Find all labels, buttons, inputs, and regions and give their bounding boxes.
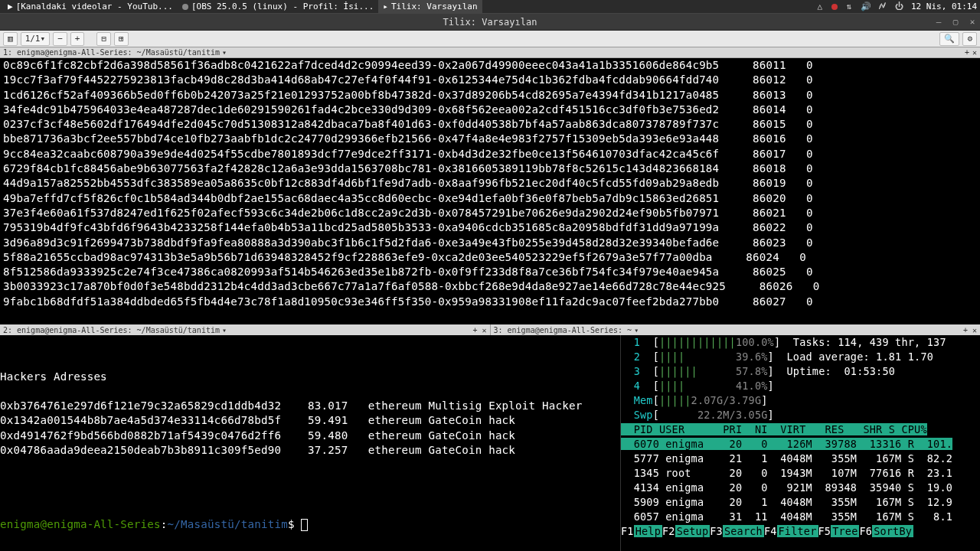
terminal-output[interactable]: Hackers Adresses 0xb3764761e297d6f121e79… [0, 335, 620, 551]
clock: 12 Nis, 01:14 [911, 2, 977, 11]
window-titlebar: Tilix: Varsayılan — ▢ ✕ [0, 14, 980, 31]
session-menu-button[interactable]: ▥ [3, 32, 18, 46]
record-icon[interactable] [831, 4, 838, 10]
pane-close-button[interactable]: ✕ [972, 48, 977, 57]
os-taskbar: ▶[Kanaldaki videolar - YouTub... [OBS 25… [0, 0, 980, 14]
pane-close-button[interactable]: ✕ [972, 326, 977, 334]
obs-icon [182, 4, 188, 10]
toolbar: ▥ 1/1 ▾ − + ⊟ ⊞ 🔍 ⚙ [0, 31, 980, 47]
pane-title: 1: enigma@enigma-All-Series: ~/Masaüstü/… [0, 47, 980, 58]
network-icon[interactable]: ⇅ [844, 2, 854, 12]
next-button[interactable]: + [70, 32, 85, 46]
pane-close-button[interactable]: ✕ [482, 326, 486, 334]
battery-icon[interactable]: 🗲 [877, 2, 888, 12]
pane-add-button[interactable]: + [965, 48, 969, 57]
close-button[interactable]: ✕ [966, 17, 978, 28]
tray-icon[interactable]: △ [815, 2, 825, 12]
prev-button[interactable]: − [53, 32, 67, 46]
split-right-button[interactable]: ⊞ [114, 32, 129, 46]
htop-output[interactable]: 1 [||||||||||||100.0%] Tasks: 114, 439 t… [620, 335, 980, 551]
window-title: Tilix: Varsayılan [443, 17, 537, 28]
maximize-button[interactable]: ▢ [949, 17, 962, 28]
pane-add-button[interactable]: + [963, 326, 968, 334]
youtube-icon: ▶ [8, 2, 13, 11]
split-bar: 2: enigma@enigma-All-Series: ~/Masaüstü/… [0, 324, 980, 335]
search-button[interactable]: 🔍 [939, 32, 959, 46]
taskbar-app[interactable]: ▶[Kanaldaki videolar - YouTub... [3, 0, 178, 14]
taskbar-app[interactable]: [OBS 25.0.5 (linux) - Profil: İsi... [178, 0, 378, 14]
terminal-output[interactable]: 0c89c6f1fc82cbf2d6a398d58561f36adb8c0421… [0, 58, 980, 324]
power-icon[interactable]: ⏻ [894, 2, 905, 12]
page-indicator: 1/1 ▾ [21, 32, 51, 46]
split-down-button[interactable]: ⊟ [96, 32, 111, 46]
tilix-icon: ▸ [383, 2, 388, 11]
volume-icon[interactable]: 🔊 [861, 2, 871, 12]
minimize-button[interactable]: — [933, 17, 945, 28]
taskbar-app[interactable]: ▸Tilix: Varsayılan [378, 0, 482, 14]
pane-add-button[interactable]: + [472, 326, 477, 334]
settings-button[interactable]: ⚙ [962, 32, 977, 46]
